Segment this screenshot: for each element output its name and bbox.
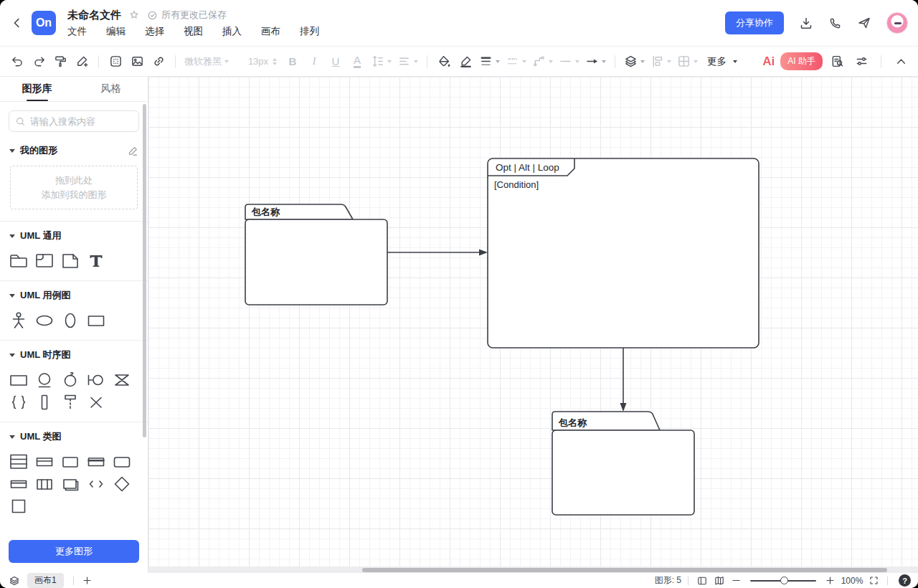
zoom-level[interactable]: 100%	[838, 576, 866, 586]
shape-rectangle[interactable]	[83, 309, 109, 331]
zoom-slider[interactable]	[750, 576, 816, 586]
phone-icon[interactable]	[828, 16, 842, 30]
download-icon[interactable]	[799, 16, 813, 30]
menu-选择[interactable]: 选择	[145, 25, 164, 38]
sidebar-tab-图形库[interactable]: 图形库	[0, 77, 74, 101]
ai-assistant-badge[interactable]: AI 助手	[780, 52, 823, 70]
shape-object-box[interactable]	[6, 369, 32, 391]
line-end-icon[interactable]	[583, 52, 608, 72]
uml-frame-node[interactable]: Opt | Alt | Loop[Condition]	[488, 158, 759, 348]
minimap-icon[interactable]	[714, 575, 725, 587]
shape-frame[interactable]	[32, 250, 57, 272]
search-box	[9, 110, 139, 132]
insert-image-icon[interactable]	[127, 52, 147, 72]
section-header[interactable]: UML 通用	[0, 222, 148, 247]
shape-class-3part[interactable]	[6, 450, 32, 473]
format-eraser-icon[interactable]	[72, 52, 92, 72]
page-tab[interactable]: 画布1	[27, 573, 64, 588]
help-button[interactable]: ?	[899, 574, 911, 587]
my-shapes-dropzone[interactable]: 拖到此处 添加到我的图形	[10, 166, 138, 209]
shape-text[interactable]	[83, 250, 109, 272]
uml-package-node[interactable]: 包名称	[552, 412, 694, 515]
shape-control[interactable]	[57, 369, 83, 391]
menu-画布[interactable]: 画布	[261, 25, 280, 38]
shape-square[interactable]	[6, 495, 32, 517]
zoom-slider-knob[interactable]	[780, 577, 788, 584]
share-button[interactable]: 分享协作	[725, 11, 784, 34]
sidebar-scrollbar[interactable]	[143, 104, 146, 437]
sidebar-tab-风格[interactable]: 风格	[74, 77, 148, 101]
canvas-hscroll-thumb[interactable]	[362, 568, 887, 572]
shape-class-thin[interactable]	[6, 473, 32, 495]
zoom-in-button[interactable]	[825, 575, 836, 586]
canvas[interactable]: 包名称Opt | Alt | Loop[Condition]包名称	[148, 77, 918, 573]
document-title[interactable]: 未命名文件	[67, 9, 121, 22]
menu-排列[interactable]: 排列	[300, 25, 319, 38]
avatar[interactable]	[886, 12, 908, 34]
add-page-button[interactable]	[82, 575, 93, 586]
canvas-hscroll-track	[148, 566, 918, 573]
shape-split-box[interactable]	[32, 473, 57, 495]
shape-package[interactable]	[6, 250, 32, 272]
shape-simple-box[interactable]	[57, 450, 83, 473]
uml-package-node[interactable]: 包名称	[245, 204, 387, 305]
section-header[interactable]: UML 时序图	[0, 341, 148, 366]
shape-braces[interactable]	[6, 391, 32, 413]
shape-angle-brackets[interactable]	[83, 473, 109, 495]
shape-package-3d[interactable]	[57, 473, 83, 495]
menu-插入[interactable]: 插入	[222, 25, 242, 38]
adjust-icon[interactable]	[851, 52, 871, 72]
shape-note[interactable]	[57, 250, 83, 272]
format-painter-icon[interactable]	[50, 52, 70, 72]
star-icon[interactable]	[128, 9, 140, 21]
section-header[interactable]: UML 类图	[0, 422, 148, 447]
shape-lifeline[interactable]	[57, 391, 83, 413]
shape-activation[interactable]	[32, 391, 57, 413]
toolbar-divider	[881, 55, 881, 68]
app-logo[interactable]: On	[32, 11, 56, 35]
more-shapes-button[interactable]: 更多图形	[9, 540, 139, 563]
layers-icon[interactable]	[9, 575, 20, 587]
shape-oval-vertical[interactable]	[57, 309, 83, 331]
back-button[interactable]	[7, 13, 27, 33]
line-color-icon[interactable]	[455, 52, 475, 72]
section-my-shapes[interactable]: 我的图形	[0, 136, 148, 161]
connector-arrow[interactable]	[620, 348, 627, 412]
collapse-toolbar-icon[interactable]	[891, 52, 911, 72]
shape-class-2part-b[interactable]	[83, 450, 109, 473]
panel-toggle-icon[interactable]	[696, 575, 708, 587]
caret-down-icon	[9, 294, 15, 298]
fullscreen-icon[interactable]	[869, 575, 879, 586]
line-width-icon[interactable]	[477, 52, 502, 72]
menu-编辑[interactable]: 编辑	[106, 25, 126, 38]
section-header[interactable]: UML 用例图	[0, 281, 148, 306]
shape-diamond[interactable]	[109, 473, 135, 495]
shape-class-2part[interactable]	[32, 450, 57, 473]
app-window: On 未命名文件 所有更改已保存 文件编辑选择视图插入画布排列 分享协作 微软雅…	[0, 0, 918, 588]
shape-entity[interactable]	[32, 369, 57, 391]
redo-icon[interactable]	[29, 52, 49, 72]
shape-usecase[interactable]	[32, 309, 57, 331]
shape-destroy[interactable]	[83, 391, 109, 413]
shape-bowtie[interactable]	[109, 369, 135, 391]
shape-rounded-box[interactable]	[109, 450, 135, 473]
insert-link-icon[interactable]	[148, 52, 169, 72]
send-icon[interactable]	[857, 16, 871, 30]
connector-arrow[interactable]	[387, 250, 488, 256]
edit-pencil-icon[interactable]	[128, 146, 138, 156]
fill-color-icon[interactable]	[434, 52, 454, 72]
menu-文件[interactable]: 文件	[67, 25, 87, 38]
shape-boundary[interactable]	[83, 369, 109, 391]
insert-shape-icon[interactable]	[105, 52, 126, 72]
zoom-out-button[interactable]	[731, 575, 742, 586]
find-replace-icon[interactable]	[827, 52, 847, 72]
search-input[interactable]	[30, 116, 133, 127]
undo-icon[interactable]	[7, 52, 27, 72]
more[interactable]: 更多	[701, 52, 739, 72]
shape-actor[interactable]	[6, 309, 32, 331]
menu-视图[interactable]: 视图	[184, 25, 203, 38]
ai-logo[interactable]: Ai	[761, 54, 776, 69]
underline: U	[326, 52, 346, 72]
layers-icon[interactable]	[622, 52, 647, 72]
font-color: A	[347, 52, 367, 72]
